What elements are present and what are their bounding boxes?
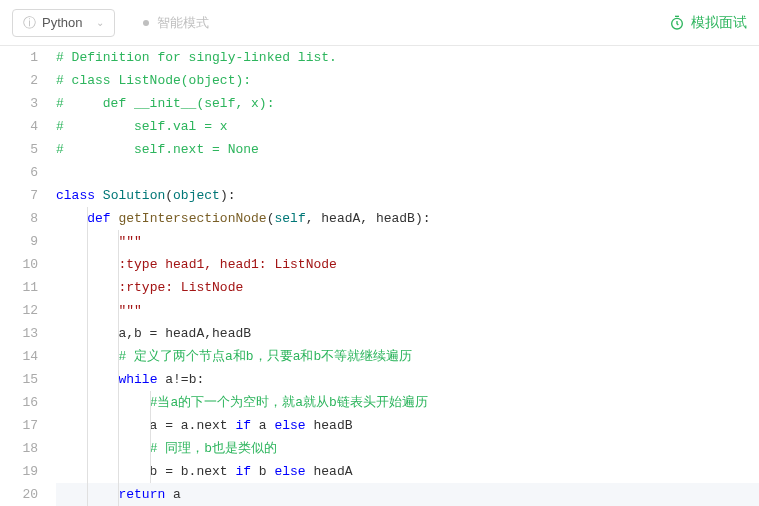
indent-guide [87,483,88,506]
line-number: 1 [0,46,38,69]
line-number: 8 [0,207,38,230]
code-line[interactable]: # self.val = x [56,115,759,138]
code-token [95,188,103,203]
code-token: ( [165,188,173,203]
code-token: a,b = headA,headB [56,326,251,341]
code-token: if [235,464,251,479]
code-line[interactable]: a,b = headA,headB [56,322,759,345]
indent-guide [87,437,88,460]
line-number: 15 [0,368,38,391]
code-line[interactable]: class Solution(object): [56,184,759,207]
indent-guide [118,437,119,460]
code-token: a [251,418,274,433]
code-line[interactable]: """ [56,230,759,253]
code-token: :rtype: ListNode [118,280,243,295]
indent-guide [150,460,151,483]
code-line[interactable] [56,161,759,184]
code-token [56,211,87,226]
code-line[interactable]: """ [56,299,759,322]
status-dot-icon [143,20,149,26]
mock-interview-label: 模拟面试 [691,14,747,32]
code-token: headB [306,418,353,433]
code-line[interactable]: :rtype: ListNode [56,276,759,299]
indent-guide [118,322,119,345]
line-number: 5 [0,138,38,161]
code-token: # 定义了两个节点a和b，只要a和b不等就继续遍历 [118,349,412,364]
code-line[interactable]: # Definition for singly-linked list. [56,46,759,69]
line-number: 10 [0,253,38,276]
code-editor[interactable]: 1234567891011121314151617181920 # Defini… [0,46,759,506]
code-line[interactable]: # def __init__(self, x): [56,92,759,115]
line-number: 6 [0,161,38,184]
code-line[interactable]: # 定义了两个节点a和b，只要a和b不等就继续遍历 [56,345,759,368]
code-token: a [165,487,181,502]
code-line[interactable]: # 同理，b也是类似的 [56,437,759,460]
line-number: 11 [0,276,38,299]
mode-indicator[interactable]: 智能模式 [143,14,209,32]
line-number: 3 [0,92,38,115]
indent-guide [118,345,119,368]
code-line[interactable]: #当a的下一个为空时，就a就从b链表头开始遍历 [56,391,759,414]
indent-guide [87,322,88,345]
code-token: class [56,188,95,203]
code-content[interactable]: # Definition for singly-linked list.# cl… [48,46,759,506]
indent-guide [87,460,88,483]
indent-guide [87,391,88,414]
info-icon: ⓘ [23,14,36,32]
mock-interview-button[interactable]: 模拟面试 [669,14,747,32]
code-token: if [235,418,251,433]
code-token: #当a的下一个为空时，就a就从b链表头开始遍历 [150,395,428,410]
indent-guide [118,483,119,506]
indent-guide [87,253,88,276]
line-number: 14 [0,345,38,368]
indent-guide [150,414,151,437]
code-token: return [118,487,165,502]
language-label: Python [42,15,82,30]
clock-icon [669,15,685,31]
indent-guide [118,230,119,253]
code-line[interactable]: def getIntersectionNode(self, headA, hea… [56,207,759,230]
code-token: Solution [103,188,165,203]
code-line[interactable]: :type head1, head1: ListNode [56,253,759,276]
code-token: getIntersectionNode [118,211,266,226]
code-token: a = a.next [56,418,235,433]
code-token: : [228,188,236,203]
indent-guide [87,345,88,368]
code-line[interactable]: return a [56,483,759,506]
code-line[interactable]: # class ListNode(object): [56,69,759,92]
code-token: :type head1, head1: ListNode [118,257,336,272]
indent-guide [118,276,119,299]
code-token: headA [306,464,353,479]
indent-guide [87,276,88,299]
code-line[interactable]: while a!=b: [56,368,759,391]
code-token: b [251,464,274,479]
line-number: 7 [0,184,38,207]
indent-guide [87,368,88,391]
indent-guide [87,230,88,253]
indent-guide [150,391,151,414]
line-number: 16 [0,391,38,414]
code-line[interactable]: a = a.next if a else headB [56,414,759,437]
line-number: 19 [0,460,38,483]
code-token: ) [220,188,228,203]
line-number: 18 [0,437,38,460]
code-token: , headA, headB): [306,211,431,226]
indent-guide [118,299,119,322]
editor-toolbar: ⓘ Python ⌄ 智能模式 模拟面试 [0,0,759,46]
code-token [56,395,150,410]
code-token: # class ListNode(object): [56,73,251,88]
indent-guide [118,460,119,483]
indent-guide [118,368,119,391]
code-token: else [274,418,305,433]
indent-guide [87,414,88,437]
line-number: 4 [0,115,38,138]
code-token: def [87,211,110,226]
code-token: """ [118,303,141,318]
code-line[interactable]: b = b.next if b else headA [56,460,759,483]
code-line[interactable]: # self.next = None [56,138,759,161]
code-token [56,441,150,456]
indent-guide [118,414,119,437]
mode-label: 智能模式 [157,14,209,32]
language-selector[interactable]: ⓘ Python ⌄ [12,9,115,37]
indent-guide [87,207,88,230]
